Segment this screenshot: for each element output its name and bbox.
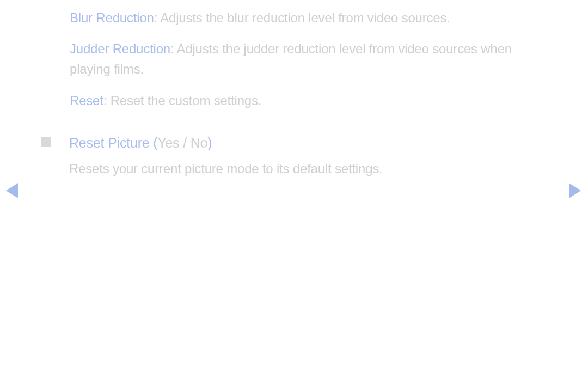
bullet-icon — [41, 137, 51, 147]
definition-term: Blur Reduction — [70, 10, 154, 25]
section-body: Reset Picture (Yes / No) Resets your cur… — [69, 133, 544, 179]
section-title-text: Reset Picture — [69, 135, 149, 150]
definition-term: Judder Reduction — [70, 41, 170, 56]
section-description: Resets your current picture mode to its … — [69, 159, 544, 179]
svg-marker-0 — [6, 183, 18, 198]
definition-term: Reset — [70, 93, 103, 108]
definition-item: Judder Reduction: Adjusts the judder red… — [70, 39, 544, 79]
section-options: Yes / No — [157, 135, 207, 150]
definition-desc: : Adjusts the blur reduction level from … — [154, 10, 450, 25]
paren-close: ) — [207, 135, 212, 150]
paren-open: ( — [149, 135, 157, 150]
section-reset-picture: Reset Picture (Yes / No) Resets your cur… — [41, 133, 544, 179]
nav-prev-button[interactable] — [6, 183, 18, 198]
triangle-left-icon — [6, 183, 18, 198]
section-title: Reset Picture (Yes / No) — [69, 133, 544, 153]
svg-marker-1 — [569, 183, 581, 198]
nav-next-button[interactable] — [569, 183, 581, 198]
definition-item: Blur Reduction: Adjusts the blur reducti… — [70, 8, 544, 28]
content-area: Blur Reduction: Adjusts the blur reducti… — [0, 0, 588, 179]
definition-item: Reset: Reset the custom settings. — [70, 90, 544, 111]
triangle-right-icon — [569, 183, 581, 198]
definition-desc: : Reset the custom settings. — [103, 93, 262, 108]
